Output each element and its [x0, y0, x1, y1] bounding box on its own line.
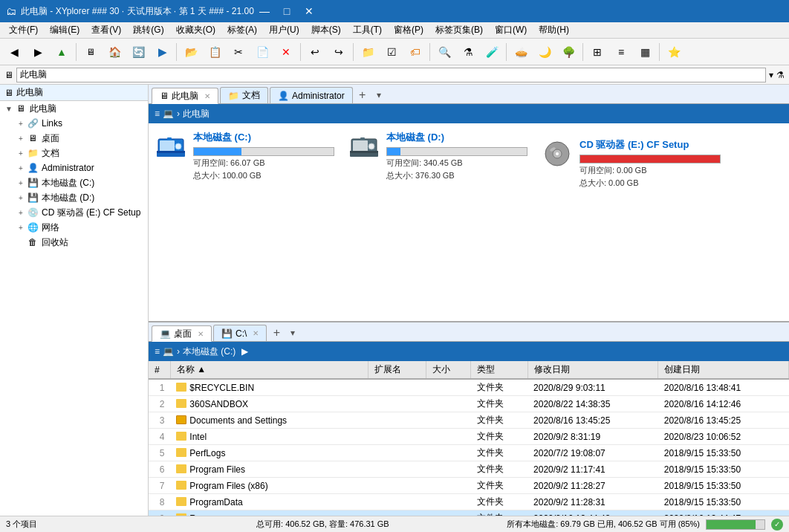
- drive-d-item[interactable]: 本地磁盘 (D:) 可用空间: 340.45 GB 总大小: 376.30 GB: [349, 131, 527, 314]
- tab-admin[interactable]: 👤 Administrator: [270, 87, 353, 103]
- menu-item-f[interactable]: 文件(F): [3, 22, 44, 38]
- table-row[interactable]: 8 ProgramData 文件夹 2020/9/2 11:28:31 2018…: [149, 494, 789, 510]
- forward-button[interactable]: ▶: [27, 42, 49, 62]
- home-button[interactable]: 🏠: [103, 42, 126, 62]
- filter2-button[interactable]: 🧪: [481, 42, 503, 62]
- col-name[interactable]: 名称 ▲: [170, 361, 368, 379]
- table-row[interactable]: 9 Recovery 文件夹 2020/8/16 13:44:48 2020/8…: [149, 510, 789, 516]
- checkbox-button[interactable]: ☑: [380, 42, 403, 62]
- pane-menu-icon[interactable]: ≡: [155, 108, 160, 119]
- tree-item-links[interactable]: + 🔗 Links: [0, 116, 148, 131]
- more-tabs-button[interactable]: ▾: [371, 87, 387, 103]
- add-tab-button[interactable]: +: [354, 87, 371, 103]
- grid-button[interactable]: ⊞: [586, 42, 608, 62]
- desktop-tab-close[interactable]: ✕: [198, 330, 204, 338]
- menu-item-a[interactable]: 标签(A): [221, 22, 263, 38]
- tag-button[interactable]: 🏷: [404, 42, 426, 62]
- redo-button[interactable]: ↪: [328, 42, 350, 62]
- drive-c-item[interactable]: 本地磁盘 (C:) 可用空间: 66.07 GB 总大小: 100.00 GB: [156, 131, 334, 314]
- folder-open-button[interactable]: 📂: [180, 42, 202, 62]
- tree-item-network[interactable]: + 🌐 网络: [0, 220, 148, 235]
- tree-item-admin[interactable]: + 👤 Administrator: [0, 160, 148, 175]
- c-drive-tab-label: C:\: [236, 328, 247, 339]
- menu-item-p[interactable]: 窗格(P): [388, 22, 429, 38]
- table-row[interactable]: 3 Documents and Settings 文件夹 2020/8/16 1…: [149, 412, 789, 429]
- c-drive-tab-close[interactable]: ✕: [253, 329, 259, 337]
- minimize-button[interactable]: —: [254, 3, 275, 19]
- menu-item-h[interactable]: 帮助(H): [533, 22, 575, 38]
- tab-this-pc[interactable]: 🖥 此电脑 ✕: [152, 88, 218, 104]
- copy-button[interactable]: 📋: [204, 42, 226, 62]
- filter-icon[interactable]: ⚗: [776, 70, 785, 80]
- up-button[interactable]: ▲: [51, 42, 73, 62]
- menu-item-w[interactable]: 窗口(W): [489, 22, 533, 38]
- drive-c-free: 可用空间: 66.07 GB: [193, 158, 334, 169]
- more-bottom-tabs-button[interactable]: ▾: [285, 325, 301, 341]
- maximize-button[interactable]: □: [276, 3, 297, 19]
- menu-item-e[interactable]: 编辑(E): [44, 22, 85, 38]
- new-folder-button[interactable]: 📁: [357, 42, 379, 62]
- undo-button[interactable]: ↩: [304, 42, 326, 62]
- tree-item-recycle[interactable]: 🗑 回收站: [0, 235, 148, 250]
- pc-tab-close[interactable]: ✕: [204, 92, 210, 100]
- refresh-button[interactable]: 🔄: [127, 42, 149, 62]
- delete-button[interactable]: ✕: [275, 42, 297, 62]
- list-button[interactable]: ≡: [610, 42, 632, 62]
- nav-button[interactable]: ▶: [151, 42, 173, 62]
- menu-item-t[interactable]: 工具(T): [347, 22, 388, 38]
- table-row[interactable]: 5 PerfLogs 文件夹 2020/7/2 19:08:07 2018/9/…: [149, 445, 789, 461]
- paste-button[interactable]: 📄: [251, 42, 273, 62]
- star-button[interactable]: ⭐: [663, 42, 685, 62]
- menu-item-s[interactable]: 脚本(S): [305, 22, 347, 38]
- table-row[interactable]: 7 Program Files (x86) 文件夹 2020/9/2 11:28…: [149, 478, 789, 494]
- menu-item-b[interactable]: 标签页集(B): [429, 22, 489, 38]
- tab-desktop[interactable]: 💻 桌面 ✕: [152, 325, 212, 342]
- table-row[interactable]: 1 $RECYCLE.BIN 文件夹 2020/8/29 9:03:11 202…: [149, 379, 789, 396]
- table-row[interactable]: 6 Program Files 文件夹 2020/9/2 11:17:41 20…: [149, 461, 789, 478]
- drive-c-total: 总大小: 100.00 GB: [193, 170, 334, 181]
- moon-button[interactable]: 🌙: [533, 42, 556, 62]
- pie-button[interactable]: 🥧: [510, 42, 532, 62]
- search-button[interactable]: 🔍: [433, 42, 455, 62]
- col-type[interactable]: 类型: [471, 361, 528, 379]
- tree-item-root[interactable]: ▼ 🖥 此电脑: [0, 101, 148, 116]
- drives-area: 本地磁盘 (C:) 可用空间: 66.07 GB 总大小: 100.00 GB: [149, 123, 789, 321]
- close-button[interactable]: ✕: [299, 3, 319, 19]
- drive-c-name[interactable]: 本地磁盘 (C:): [193, 131, 334, 144]
- cut-button[interactable]: ✂: [227, 42, 250, 62]
- tree-button[interactable]: 🌳: [557, 42, 579, 62]
- tab-docs[interactable]: 📁 文档: [220, 87, 268, 103]
- col-created[interactable]: 创建日期: [658, 361, 789, 379]
- add-bottom-tab-button[interactable]: +: [268, 325, 285, 341]
- tree-item-c[interactable]: + 💾 本地磁盘 (C:): [0, 175, 148, 190]
- tree-item-docs[interactable]: + 📁 文档: [0, 146, 148, 160]
- drive-e-item[interactable]: CD 驱动器 (E:) CF Setup 可用空间: 0.00 GB 总大小: …: [542, 138, 721, 314]
- pc-button[interactable]: 🖥: [79, 42, 102, 62]
- detail-button[interactable]: ▦: [634, 42, 656, 62]
- drive-e-info: CD 驱动器 (E:) CF Setup 可用空间: 0.00 GB 总大小: …: [579, 138, 721, 189]
- menu-item-u[interactable]: 用户(U): [263, 22, 305, 38]
- filter-button[interactable]: ⚗: [457, 42, 479, 62]
- bottom-pane-menu-icon[interactable]: ≡: [155, 346, 160, 357]
- menu-item-g[interactable]: 跳转(G): [127, 22, 169, 38]
- col-num[interactable]: #: [149, 361, 170, 379]
- col-modified[interactable]: 修改日期: [527, 361, 658, 379]
- tab-c-drive[interactable]: 💾 C:\ ✕: [213, 325, 267, 341]
- col-ext[interactable]: 扩展名: [368, 361, 426, 379]
- back-button[interactable]: ◀: [3, 42, 25, 62]
- menu-item-v[interactable]: 查看(V): [85, 22, 127, 38]
- table-row[interactable]: 2 360SANDBOX 文件夹 2020/8/22 14:38:35 2020…: [149, 396, 789, 412]
- dropdown-icon[interactable]: ▾: [769, 70, 773, 80]
- menu-item-o[interactable]: 收藏夹(O): [170, 22, 221, 38]
- address-input[interactable]: [16, 68, 766, 82]
- title-text: 此电脑 - XYplorer ### 30 · 天试用版本 · 第 1 天 ##…: [21, 5, 254, 18]
- ok-icon: ✓: [771, 519, 783, 531]
- tree-item-d[interactable]: + 💾 本地磁盘 (D:): [0, 190, 148, 205]
- table-row[interactable]: 4 Intel 文件夹 2020/9/2 8:31:19 2020/8/23 1…: [149, 429, 789, 445]
- drive-e-name[interactable]: CD 驱动器 (E:) CF Setup: [579, 138, 721, 152]
- drive-d-name[interactable]: 本地磁盘 (D:): [386, 131, 527, 144]
- tree-item-desktop[interactable]: + 🖥 桌面: [0, 131, 148, 146]
- tree-item-e[interactable]: + 💿 CD 驱动器 (E:) CF Setup: [0, 205, 148, 220]
- col-size[interactable]: 大小: [426, 361, 470, 379]
- pane-sep: ›: [177, 108, 180, 119]
